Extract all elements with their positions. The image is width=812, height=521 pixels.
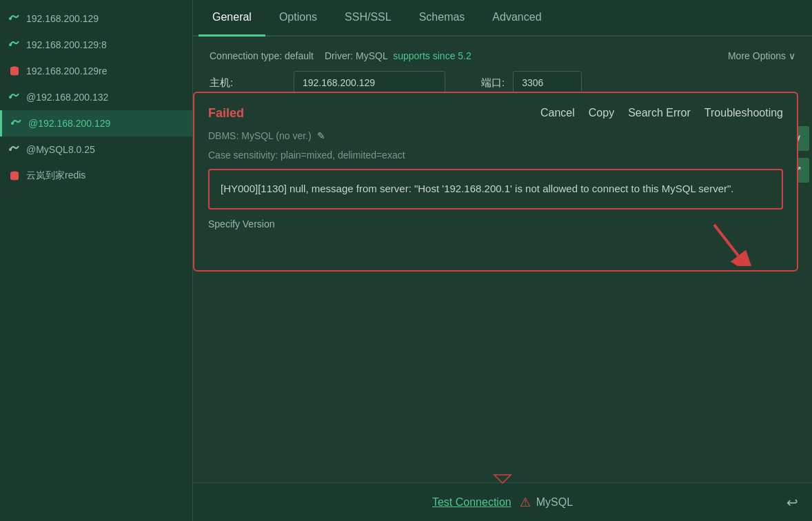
connection-icon-4 <box>8 91 21 103</box>
back-button[interactable]: ↩ <box>786 494 798 511</box>
cancel-button[interactable]: Cancel <box>540 104 575 122</box>
driver-label: MySQL <box>536 496 573 509</box>
test-connection-button[interactable]: Test Connection <box>432 496 511 509</box>
host-label: 主机: <box>210 76 285 90</box>
sidebar-item-conn7[interactable]: 云岚到家redis <box>0 163 192 189</box>
sidebar-item-conn2[interactable]: 192.168.200.129:8 <box>0 32 192 58</box>
tab-general[interactable]: General <box>199 0 265 37</box>
sidebar-item-conn6[interactable]: @MySQL8.0.25 <box>0 136 192 163</box>
svg-point-1 <box>9 43 12 46</box>
tab-bar: General Options SSH/SSL Schemas Advanced <box>193 0 812 37</box>
sidebar-item-label-6: @MySQL8.0.25 <box>26 144 95 155</box>
main-content: General Options SSH/SSL Schemas Advanced… <box>193 0 812 521</box>
connection-icon-6 <box>8 143 21 156</box>
bottom-chevron <box>493 473 512 484</box>
sidebar-item-conn3[interactable]: 192.168.200.129re <box>0 58 192 84</box>
port-label: 端口: <box>481 76 505 90</box>
warning-icon: ⚠ <box>520 495 531 510</box>
tab-options[interactable]: Options <box>265 0 331 37</box>
sidebar-item-conn4[interactable]: @192.168.200.132 <box>0 84 192 110</box>
bottom-driver-info: ⚠ MySQL <box>520 495 573 510</box>
sidebar-item-label-1: 192.168.200.129 <box>26 13 99 24</box>
error-message-text: [HY000][1130] null, message from server:… <box>221 183 734 194</box>
svg-point-0 <box>9 17 12 20</box>
sidebar-item-label-4: @192.168.200.132 <box>26 92 108 103</box>
sidebar-item-label-7: 云岚到家redis <box>26 170 85 182</box>
case-sensitivity: Case sensitivity: plain=mixed, delimited… <box>208 150 783 161</box>
connection-icon-5 <box>10 117 23 130</box>
dbms-info: DBMS: MySQL (no ver.) ✎ <box>208 130 783 141</box>
copy-button[interactable]: Copy <box>589 104 614 122</box>
sidebar-item-label-3: 192.168.200.129re <box>26 65 108 76</box>
specify-version-link[interactable]: Specify Version <box>208 218 275 229</box>
connection-icon-1 <box>8 12 21 25</box>
arrow-container: Specify Version <box>208 218 783 259</box>
failed-dialog: Failed Cancel Copy Search Error Troubles… <box>193 92 798 272</box>
connection-info-bar: Connection type: default Driver: MySQL s… <box>210 50 795 61</box>
host-input[interactable] <box>294 71 445 94</box>
connection-icon-2 <box>8 39 21 51</box>
svg-line-9 <box>714 225 738 256</box>
host-row: 主机: 端口: <box>210 71 795 94</box>
failed-actions: Cancel Copy Search Error Troubleshooting <box>540 104 783 122</box>
failed-title: Failed <box>208 106 244 121</box>
failed-header: Failed Cancel Copy Search Error Troubles… <box>208 104 783 122</box>
svg-point-3 <box>10 67 19 70</box>
conn-driver-label: Driver: MySQL supports since 5.2 <box>325 50 471 61</box>
tab-schemas[interactable]: Schemas <box>405 0 479 37</box>
error-message-box: [HY000][1130] null, message from server:… <box>208 169 783 210</box>
sidebar-item-label-2: 192.168.200.129:8 <box>26 39 107 50</box>
troubleshooting-button[interactable]: Troubleshooting <box>704 104 783 122</box>
sidebar-item-conn5[interactable]: @192.168.200.129 <box>0 110 192 136</box>
conn-supports-label: supports since 5.2 <box>393 50 471 61</box>
sidebar-item-label-5: @192.168.200.129 <box>28 118 110 129</box>
svg-point-6 <box>9 148 12 151</box>
edit-pencil-icon[interactable]: ✎ <box>317 130 325 141</box>
form-area: Connection type: default Driver: MySQL s… <box>193 37 812 482</box>
red-arrow-indicator <box>700 218 755 266</box>
more-options-button[interactable]: More Options ∨ <box>728 50 795 61</box>
db-icon-3 <box>8 65 21 77</box>
db-icon-7 <box>8 170 21 182</box>
chevron-down-icon: ∨ <box>789 50 795 61</box>
port-input[interactable] <box>513 71 582 94</box>
bottom-bar: Test Connection ⚠ MySQL ↩ <box>193 482 812 521</box>
search-error-button[interactable]: Search Error <box>628 104 691 122</box>
tab-sshssl[interactable]: SSH/SSL <box>331 0 405 37</box>
sidebar-item-conn1[interactable]: 192.168.200.129 <box>0 6 192 32</box>
tab-advanced[interactable]: Advanced <box>478 0 555 37</box>
svg-point-5 <box>11 122 14 125</box>
svg-point-4 <box>9 96 12 99</box>
conn-type-label: Connection type: default <box>210 50 314 61</box>
dbms-label: DBMS: MySQL (no ver.) <box>208 130 312 141</box>
sidebar: 192.168.200.129 192.168.200.129:8 192.16… <box>0 0 193 521</box>
